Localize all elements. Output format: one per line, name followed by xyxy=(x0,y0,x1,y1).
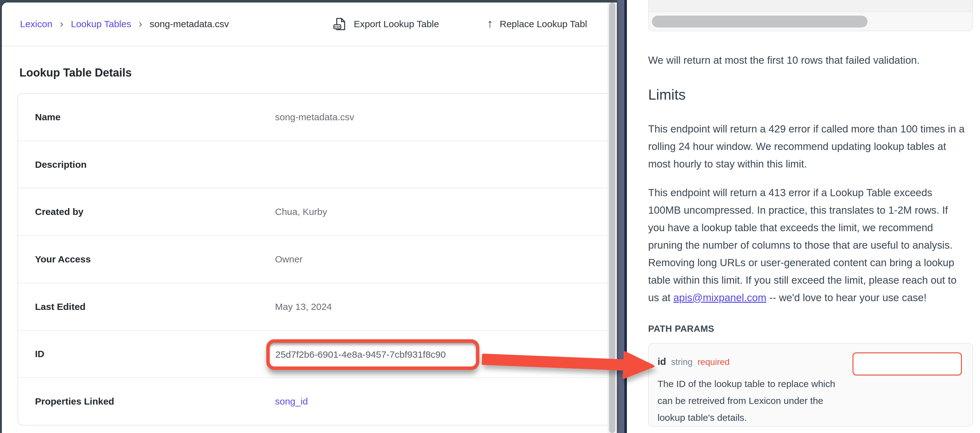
row-value: May 13, 2024 xyxy=(275,301,332,312)
row-value: Owner xyxy=(275,254,302,264)
lexicon-header: Lexicon › Lookup Tables › song-metadata.… xyxy=(2,3,617,46)
code-sample-scroll-container xyxy=(648,0,973,31)
id-param-input[interactable] xyxy=(853,352,962,376)
limits-paragraph-429: This endpoint will return a 429 error if… xyxy=(648,120,965,173)
breadcrumb-lexicon-link[interactable]: Lexicon xyxy=(20,19,52,29)
horizontal-scrollbar-thumb[interactable] xyxy=(652,16,867,27)
limits-paragraph-413-tail: -- we'd love to hear your use case! xyxy=(766,292,927,303)
export-lookup-table-button[interactable]: csv Export Lookup Table xyxy=(332,3,439,46)
param-name-row: id string required xyxy=(657,356,730,368)
table-row-name: Name song-metadata.csv xyxy=(18,94,617,141)
replace-button-label: Replace Lookup Tabl xyxy=(500,19,587,29)
lookup-table-details-card: Name song-metadata.csv Description Creat… xyxy=(18,93,617,425)
table-row-description: Description xyxy=(18,141,617,189)
right-window-edge-strip xyxy=(624,0,627,433)
row-label: Properties Linked xyxy=(35,396,114,407)
row-label: Last Edited xyxy=(35,301,86,312)
breadcrumb: Lexicon › Lookup Tables › song-metadata.… xyxy=(20,3,229,46)
breadcrumb-separator-icon: › xyxy=(60,18,63,29)
id-param-card: id string required The ID of the lookup … xyxy=(648,343,973,427)
export-button-label: Export Lookup Table xyxy=(354,19,439,29)
param-required-badge: required xyxy=(697,357,730,367)
row-value: Chua, Kurby xyxy=(275,207,327,217)
validation-note-text: We will return at most the first 10 rows… xyxy=(648,51,980,69)
header-divider xyxy=(2,46,617,46)
replace-lookup-table-button[interactable]: ↑ Replace Lookup Tabl xyxy=(487,3,587,46)
table-row-created-by: Created by Chua, Kurby xyxy=(18,188,617,236)
apis-mixpanel-email-link[interactable]: apis@mixpanel.com xyxy=(673,292,767,303)
vertical-scrollbar-track xyxy=(608,3,617,433)
row-value: song-metadata.csv xyxy=(275,112,354,123)
param-type: string xyxy=(671,357,692,367)
desktop: { "left_window": { "breadcrumb": { "sepa… xyxy=(0,0,980,433)
desktop-gap-strip xyxy=(617,0,624,433)
table-row-properties-linked: Properties Linked song_id xyxy=(18,378,617,425)
vertical-scrollbar-thumb[interactable] xyxy=(609,3,615,433)
id-highlight-box: 25d7f2b6-6901-4e8a-9457-7cbf931f8c90 xyxy=(266,339,479,370)
song-id-property-link[interactable]: song_id xyxy=(275,396,308,407)
table-row-last-edited: Last Edited May 13, 2024 xyxy=(18,283,617,331)
upload-arrow-icon: ↑ xyxy=(487,17,493,30)
path-params-heading: PATH PARAMS xyxy=(648,324,714,334)
row-label: Your Access xyxy=(35,254,91,264)
page-title: Lookup Table Details xyxy=(19,66,132,80)
breadcrumb-separator-icon: › xyxy=(139,18,142,29)
breadcrumb-lookup-tables-link[interactable]: Lookup Tables xyxy=(71,19,131,29)
param-description: The ID of the lookup table to replace wh… xyxy=(657,376,845,426)
limits-paragraph-413-text: This endpoint will return a 413 error if… xyxy=(648,187,956,303)
row-label: Created by xyxy=(35,207,83,217)
api-docs-window: We will return at most the first 10 rows… xyxy=(627,0,980,433)
row-label: ID xyxy=(35,349,45,359)
csv-file-icon: csv xyxy=(332,17,347,31)
row-label: Description xyxy=(35,159,87,170)
limits-paragraph-413: This endpoint will return a 413 error if… xyxy=(648,184,965,306)
scroll-container-top-band xyxy=(649,0,972,12)
limits-heading: Limits xyxy=(648,86,686,103)
row-label: Name xyxy=(35,112,60,123)
param-name: id xyxy=(657,356,666,368)
svg-text:csv: csv xyxy=(335,25,340,29)
breadcrumb-current-file: song-metadata.csv xyxy=(150,19,229,29)
table-row-your-access: Your Access Owner xyxy=(18,236,617,283)
id-value: 25d7f2b6-6901-4e8a-9457-7cbf931f8c90 xyxy=(270,343,476,366)
